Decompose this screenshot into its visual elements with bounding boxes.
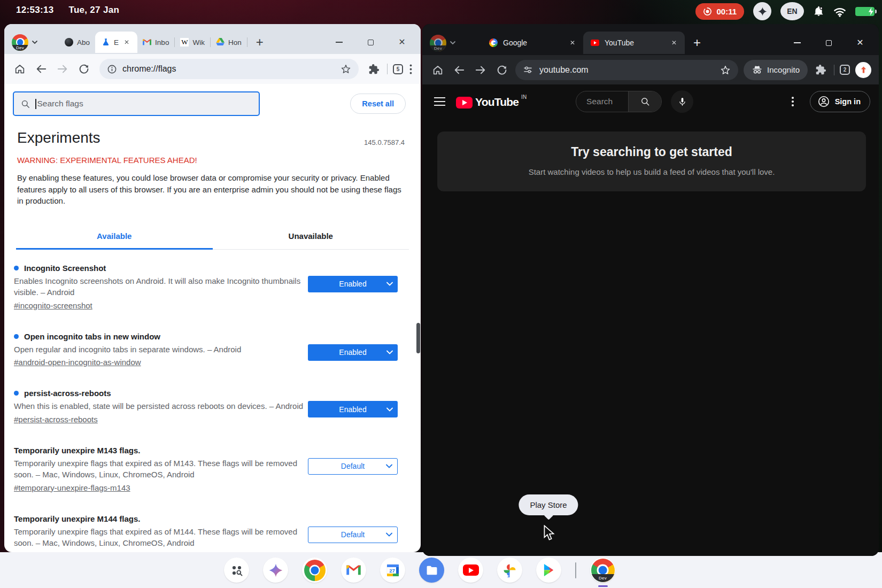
youtube-icon (458, 558, 483, 583)
tab-wikipedia[interactable]: W Wik (175, 33, 210, 52)
flag-link[interactable]: #temporary-unexpire-flags-m143 (14, 483, 130, 492)
url-text[interactable]: youtube.com (539, 65, 714, 75)
close-window-button[interactable]: ✕ (398, 38, 406, 46)
tab-youtube-active[interactable]: YouTube ✕ (583, 32, 685, 54)
flag-select[interactable]: Enabled (308, 344, 398, 361)
close-tab-icon[interactable]: ✕ (670, 38, 678, 47)
tab-counter-button[interactable]: 5 (393, 64, 403, 74)
flag-link[interactable]: #incognito-screenshot (14, 301, 92, 310)
tab-inbox[interactable]: Inbo (137, 33, 174, 52)
flask-icon (102, 38, 110, 47)
chrome-update-button[interactable] (855, 62, 871, 78)
bookmark-star-icon[interactable] (341, 64, 351, 74)
youtube-kebab-icon[interactable] (790, 95, 796, 109)
notification-bell-icon[interactable] (813, 5, 824, 17)
home-icon[interactable] (430, 62, 446, 78)
new-tab-button[interactable]: + (685, 35, 709, 50)
flag-select-value: Enabled (339, 348, 366, 357)
search-icon (20, 99, 30, 109)
extensions-icon[interactable] (813, 62, 829, 78)
shelf-item-files[interactable] (419, 558, 444, 583)
gemini-icon (263, 558, 288, 583)
flag-link[interactable]: #android-open-incognito-as-window (14, 358, 141, 367)
extensions-icon[interactable] (366, 61, 382, 77)
shelf-item-photos[interactable] (497, 558, 522, 583)
shelf-item-gemini[interactable] (263, 558, 288, 583)
input-language-button[interactable]: EN (780, 2, 804, 20)
gemini-star-icon (757, 6, 768, 17)
flag-description: Open regular and incognito tabs in separ… (14, 344, 241, 355)
flag-select-value: Enabled (339, 405, 366, 414)
hamburger-menu-icon[interactable] (434, 97, 445, 106)
shelf-item-chrome-dev[interactable]: Dev (590, 558, 615, 583)
tab-unavailable[interactable]: Unavailable (213, 223, 409, 249)
gemini-button[interactable] (753, 2, 771, 20)
flag-select[interactable]: Enabled (308, 276, 398, 292)
search-input[interactable]: Search flags (13, 91, 260, 116)
back-icon[interactable] (451, 62, 467, 78)
menu-kebab-icon[interactable] (408, 62, 413, 76)
flag-row: Incognito Screenshot Enables Incognito s… (14, 264, 409, 311)
reload-icon[interactable] (76, 61, 92, 77)
tab-available[interactable]: Available (16, 223, 213, 250)
files-icon (419, 558, 444, 583)
flag-select[interactable]: Default (308, 527, 398, 543)
flag-select-value: Default (341, 462, 365, 470)
address-bar[interactable]: youtube.com (515, 60, 738, 80)
site-settings-icon[interactable] (523, 65, 533, 75)
shelf-item-gmail[interactable] (341, 558, 366, 583)
youtube-page: YouTube IN Search (422, 84, 879, 556)
reload-icon[interactable] (494, 62, 510, 78)
flag-description: Enables Incognito screenshots on Android… (14, 275, 305, 298)
wifi-icon[interactable] (833, 6, 846, 17)
flag-select[interactable]: Default (308, 458, 398, 475)
sign-in-button[interactable]: Sign in (810, 91, 870, 112)
flag-link[interactable]: #persist-across-reboots (14, 415, 98, 424)
bookmark-star-icon[interactable] (720, 65, 731, 75)
flag-select[interactable]: Enabled (308, 401, 398, 417)
youtube-logo[interactable]: YouTube IN (456, 95, 527, 109)
profile-chip[interactable]: Dev (4, 34, 38, 51)
tab-home-drive[interactable]: Hon (211, 33, 247, 52)
url-text[interactable]: chrome://flags (122, 64, 335, 74)
tab-label: Google (503, 38, 563, 47)
minimize-button[interactable] (793, 39, 801, 47)
flag-title: Open incognito tabs in new window (24, 332, 160, 341)
forward-icon[interactable] (473, 62, 489, 78)
shelf-item-play-store[interactable] (536, 558, 561, 583)
tab-google[interactable]: Google ✕ (482, 33, 583, 53)
flags-description: By enabling these features, you could lo… (17, 172, 402, 207)
battery-icon[interactable] (855, 7, 875, 16)
tab-counter-button[interactable]: 2 (840, 65, 850, 75)
tab-experiments-active[interactable]: E ✕ (95, 32, 137, 53)
incognito-youtube-window: Dev Google ✕ YouTube ✕ (422, 24, 879, 556)
incognito-label: Incognito (767, 65, 800, 74)
search-submit-button[interactable] (628, 91, 661, 112)
forward-icon[interactable] (55, 61, 71, 77)
youtube-search-bar[interactable]: Search (576, 91, 662, 112)
shelf-item-youtube[interactable] (458, 558, 483, 583)
back-icon[interactable] (33, 61, 49, 77)
flag-select-value: Default (341, 530, 365, 539)
close-tab-icon[interactable]: ✕ (122, 38, 131, 47)
scrollbar-thumb[interactable] (416, 323, 420, 353)
shelf-item-calendar[interactable]: 27 (380, 558, 405, 583)
minimize-button[interactable] (335, 38, 343, 46)
close-tab-icon[interactable]: ✕ (568, 38, 577, 47)
page-info-icon[interactable] (107, 64, 117, 74)
address-bar[interactable]: chrome://flags (99, 59, 359, 79)
shelf-item-launcher[interactable] (224, 558, 249, 583)
voice-search-button[interactable] (671, 90, 693, 113)
empty-feed-subtitle: Start watching videos to help us build a… (437, 167, 866, 176)
reset-all-button[interactable]: Reset all (350, 94, 406, 114)
tab-about[interactable]: Abo (59, 33, 95, 52)
shelf-item-chrome[interactable] (302, 558, 327, 583)
drive-favicon-icon (216, 38, 225, 47)
screen-recording-pill[interactable]: 00:11 (695, 3, 744, 20)
maximize-button[interactable] (367, 38, 374, 46)
incognito-profile-chip[interactable]: Dev (422, 35, 456, 51)
maximize-button[interactable] (825, 39, 832, 47)
home-icon[interactable] (12, 61, 28, 77)
close-window-button[interactable]: ✕ (856, 39, 864, 47)
new-tab-button[interactable]: + (247, 35, 272, 50)
